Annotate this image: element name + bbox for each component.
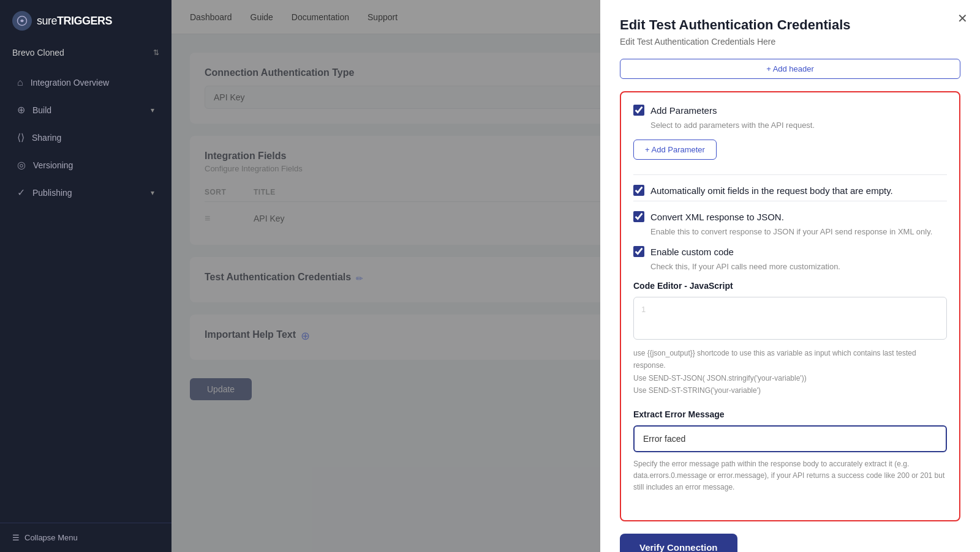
auto-omit-row: Automatically omit fields in the request… (633, 185, 947, 196)
enable-custom-code-desc: Check this, If your API calls need more … (650, 262, 947, 271)
modal-subtitle: Edit Test Authentication Credentials Her… (620, 37, 960, 47)
sidebar-item-label: Build (32, 105, 51, 115)
sidebar-item-versioning[interactable]: ◎ Versioning (5, 152, 167, 178)
logo: sureTRIGGERS (0, 0, 172, 42)
chevron-down-icon: ▾ (151, 188, 154, 197)
sidebar: sureTRIGGERS Brevo Cloned ⇅ ⌂ Integratio… (0, 0, 172, 552)
code-editor-placeholder: 1 (641, 305, 646, 314)
add-parameter-button[interactable]: + Add Parameter (633, 140, 717, 160)
extract-error-hint: Specify the error message path within th… (633, 458, 947, 494)
divider-1 (633, 174, 947, 175)
code-hint-1: use {{json_output}} shortcode to use thi… (633, 347, 947, 372)
modal-panel: ✕ Edit Test Authentication Credentials E… (600, 0, 980, 552)
auto-omit-label: Automatically omit fields in the request… (650, 185, 893, 196)
build-icon: ⊕ (17, 104, 25, 116)
share-icon: ⟨⟩ (17, 132, 24, 143)
collapse-menu[interactable]: ☰ Collapse Menu (0, 523, 172, 552)
add-parameters-label: Add Parameters (650, 105, 717, 116)
add-parameters-row: Add Parameters (633, 105, 947, 116)
code-hint-2: Use SEND-ST-JSON( JSON.stringify('your-v… (633, 372, 947, 384)
sidebar-nav: ⌂ Integration Overview ⊕ Build ▾ ⟨⟩ Shar… (0, 64, 172, 523)
code-editor-label: Code Editor - JavaScript (633, 281, 947, 291)
home-icon: ⌂ (17, 77, 23, 88)
add-parameters-desc: Select to add parameters with the API re… (650, 121, 947, 130)
auto-omit-checkbox[interactable] (633, 185, 644, 196)
app-name: Brevo Cloned (12, 48, 64, 58)
verify-connection-button[interactable]: Verify Connection (620, 534, 737, 552)
sidebar-item-publishing[interactable]: ✓ Publishing ▾ (5, 179, 167, 206)
enable-custom-code-row: Enable custom code (633, 246, 947, 257)
convert-xml-row: Convert XML response to JSON. (633, 211, 947, 222)
chevron-down-icon: ▾ (151, 106, 154, 114)
app-selector[interactable]: Brevo Cloned ⇅ (0, 42, 172, 64)
code-hint-3: Use SEND-ST-STRING('your-variable') (633, 384, 947, 397)
sidebar-item-build[interactable]: ⊕ Build ▾ (5, 97, 167, 123)
extract-error-input[interactable] (633, 425, 947, 452)
app-selector-icon: ⇅ (153, 48, 159, 57)
logo-text: sureTRIGGERS (37, 15, 112, 28)
collapse-label: Collapse Menu (24, 533, 78, 542)
sidebar-item-label: Integration Overview (31, 78, 109, 88)
sidebar-item-integration-overview[interactable]: ⌂ Integration Overview (5, 70, 167, 95)
add-header-button[interactable]: + Add header (620, 59, 960, 79)
sidebar-item-label: Publishing (32, 188, 72, 198)
sidebar-item-label: Sharing (32, 133, 61, 143)
convert-xml-checkbox[interactable] (633, 211, 644, 222)
modal-title: Edit Test Authentication Credentials (620, 17, 960, 33)
convert-xml-label: Convert XML response to JSON. (650, 212, 784, 222)
code-hints: use {{json_output}} shortcode to use thi… (633, 347, 947, 397)
divider-2 (633, 201, 947, 201)
sidebar-item-label: Versioning (33, 160, 73, 170)
version-icon: ◎ (17, 159, 26, 171)
convert-xml-desc: Enable this to convert response to JSON … (650, 227, 947, 236)
logo-icon (12, 11, 32, 31)
enable-custom-code-label: Enable custom code (650, 247, 734, 257)
collapse-icon: ☰ (12, 533, 20, 542)
extract-error-label: Extract Error Message (633, 409, 947, 419)
publish-icon: ✓ (17, 187, 25, 198)
main-content: Dashboard Guide Documentation Support Co… (172, 0, 980, 552)
add-parameters-checkbox[interactable] (633, 105, 644, 116)
highlight-section: Add Parameters Select to add parameters … (620, 91, 960, 521)
enable-custom-code-checkbox[interactable] (633, 246, 644, 257)
sidebar-item-sharing[interactable]: ⟨⟩ Sharing (5, 124, 167, 151)
modal-close-button[interactable]: ✕ (957, 12, 968, 24)
code-editor-box[interactable]: 1 (633, 297, 947, 340)
modal-overlay: ✕ Edit Test Authentication Credentials E… (172, 0, 980, 552)
